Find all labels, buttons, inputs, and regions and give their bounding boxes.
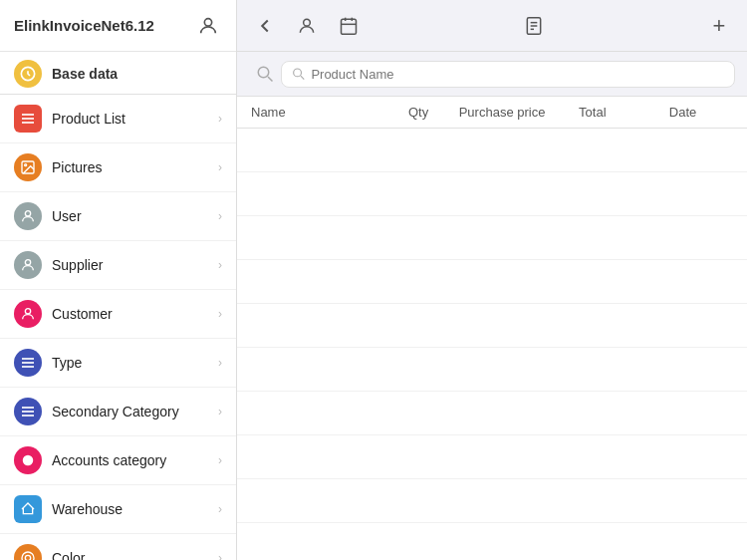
sidebar-items-list: Base data Product List › Pictures › User… <box>0 52 236 560</box>
chevron-icon: › <box>218 307 222 321</box>
sidebar-item-customer[interactable]: Customer › <box>0 290 236 339</box>
table-header: Name Qty Purchase price Total Date <box>237 97 747 129</box>
sidebar-item-supplier[interactable]: Supplier › <box>0 241 236 290</box>
sidebar-header: ElinkInvoiceNet6.12 <box>0 0 236 52</box>
col-header-name: Name <box>251 105 384 120</box>
search-input-wrap <box>281 61 735 88</box>
chevron-icon: › <box>218 258 222 272</box>
main-toolbar: + <box>237 0 747 52</box>
sidebar-item-label: Product List <box>52 111 218 127</box>
search-input-icon <box>292 67 305 81</box>
sidebar-item-label: Pictures <box>52 159 218 175</box>
basedata-icon <box>14 60 42 88</box>
sidebar-item-user[interactable]: User › <box>0 192 236 241</box>
svg-point-6 <box>25 211 30 216</box>
svg-point-26 <box>304 19 311 26</box>
svg-point-8 <box>25 309 30 314</box>
table-row <box>237 435 747 479</box>
sidebar-item-label: User <box>52 208 218 224</box>
sidebar-item-type[interactable]: Type › <box>0 339 236 388</box>
type-icon <box>14 349 42 377</box>
chevron-icon: › <box>218 356 222 370</box>
col-header-purchase-price: Purchase price <box>452 105 553 120</box>
svg-point-7 <box>25 260 30 265</box>
chevron-icon: › <box>218 502 222 516</box>
accounts-category-icon <box>14 446 42 474</box>
warehouse-icon <box>14 495 42 523</box>
pictures-icon <box>14 153 42 181</box>
sidebar-item-label: Type <box>52 355 218 371</box>
svg-point-17 <box>25 555 30 560</box>
sidebar-item-secondary-category[interactable]: Secondary Category › <box>0 388 236 436</box>
sidebar-item-label: Supplier <box>52 257 218 273</box>
svg-point-37 <box>294 69 302 77</box>
col-header-qty: Qty <box>384 105 451 120</box>
sidebar-item-warehouse[interactable]: Warehouse › <box>0 485 236 534</box>
chevron-icon: › <box>218 112 222 126</box>
calendar-toolbar-icon[interactable] <box>333 10 365 42</box>
user-icon <box>14 202 42 230</box>
sidebar-item-pictures[interactable]: Pictures › <box>0 143 236 192</box>
table-row <box>237 260 747 304</box>
sidebar-item-label: Color <box>52 550 218 560</box>
svg-point-0 <box>204 18 211 25</box>
chevron-icon: › <box>218 405 222 419</box>
search-icon <box>249 58 281 90</box>
sidebar: ElinkInvoiceNet6.12 Base data Product Li… <box>0 0 237 560</box>
table-row <box>237 479 747 523</box>
section-basedata: Base data <box>0 52 236 95</box>
sidebar-item-accounts-category[interactable]: Accounts category › <box>0 436 236 485</box>
chevron-icon: › <box>218 453 222 467</box>
sidebar-item-label: Customer <box>52 306 218 322</box>
table-row <box>237 129 747 172</box>
svg-line-38 <box>301 76 304 79</box>
chevron-icon: › <box>218 160 222 174</box>
chevron-icon: › <box>218 551 222 560</box>
sidebar-item-color[interactable]: Color › <box>0 534 236 560</box>
section-basedata-label: Base data <box>52 66 118 82</box>
secondary-category-icon <box>14 398 42 425</box>
col-header-date: Date <box>632 105 733 120</box>
search-bar <box>237 52 747 97</box>
chevron-icon: › <box>218 209 222 223</box>
sidebar-item-label: Secondary Category <box>52 404 218 420</box>
document-toolbar-icon[interactable] <box>518 10 550 42</box>
svg-point-35 <box>258 67 269 78</box>
svg-point-5 <box>25 164 27 166</box>
app-title: ElinkInvoiceNet6.12 <box>14 17 154 34</box>
product-list-icon <box>14 105 42 133</box>
svg-point-15 <box>23 455 34 466</box>
table-row <box>237 348 747 392</box>
table-body <box>237 129 747 560</box>
sidebar-item-product-list[interactable]: Product List › <box>0 95 236 143</box>
table-row <box>237 304 747 348</box>
col-header-total: Total <box>552 105 632 120</box>
user-toolbar-icon[interactable] <box>291 10 323 42</box>
table-row <box>237 216 747 260</box>
sidebar-item-label: Accounts category <box>52 452 218 468</box>
svg-line-36 <box>268 77 273 82</box>
search-input[interactable] <box>311 67 724 82</box>
table-row <box>237 392 747 435</box>
table-row <box>237 172 747 216</box>
sidebar-item-label: Warehouse <box>52 501 218 517</box>
svg-rect-27 <box>342 19 357 34</box>
color-icon <box>14 544 42 560</box>
add-button[interactable]: + <box>703 10 735 42</box>
customer-icon <box>14 300 42 328</box>
supplier-icon <box>14 251 42 279</box>
user-icon[interactable] <box>194 12 222 40</box>
back-button[interactable] <box>249 10 281 42</box>
main-content: + Name Qty Purchase price Total Date <box>237 0 747 560</box>
